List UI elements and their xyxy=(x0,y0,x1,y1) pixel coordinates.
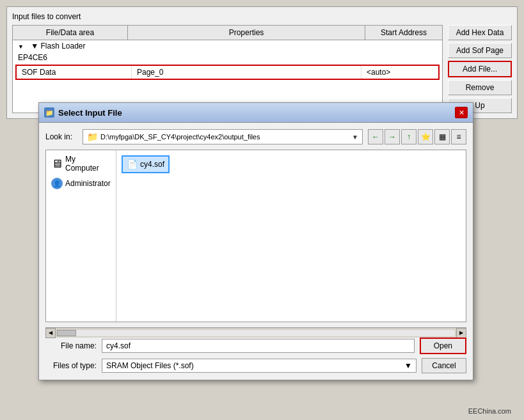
file-icon: 📄 xyxy=(127,159,138,169)
dialog-body: Look in: 📁 D:\myfpga\DK_SF_CY4\project\c… xyxy=(39,123,473,380)
look-in-path: D:\myfpga\DK_SF_CY4\project\cy4ex2\outpu… xyxy=(100,133,349,141)
toolbar-back-button[interactable]: ← xyxy=(368,129,383,144)
toolbar-up-button[interactable]: ↑ xyxy=(401,129,417,144)
look-in-combo[interactable]: 📁 D:\myfpga\DK_SF_CY4\project\cy4ex2\out… xyxy=(83,129,363,144)
cancel-button[interactable]: Cancel xyxy=(422,358,466,373)
right-file-panel[interactable]: 📄 cy4.sof xyxy=(116,150,466,322)
combo-arrow-icon: ▼ xyxy=(352,134,358,141)
administrator-label: Administrator xyxy=(65,179,111,188)
file-name-label: cy4.sof xyxy=(140,160,164,169)
ep4ce6-label: EP4CE6 xyxy=(18,53,47,62)
col-header-file: File/Data area xyxy=(13,26,128,40)
files-type-label: Files of type: xyxy=(45,361,97,370)
col-header-addr: Start Address xyxy=(365,26,442,40)
files-type-row: Files of type: SRAM Object Files (*.sof)… xyxy=(45,358,466,373)
select-input-file-dialog: 📁 Select Input File ✕ Look in: 📁 D:\myfp… xyxy=(38,102,473,380)
dialog-titlebar: 📁 Select Input File ✕ xyxy=(39,103,473,123)
add-file-button[interactable]: Add File... xyxy=(448,61,512,77)
sof-file-item[interactable]: 📄 cy4.sof xyxy=(122,155,170,173)
add-hex-data-button[interactable]: Add Hex Data xyxy=(448,25,512,40)
table-body: ▼ ▼ Flash Loader EP4CE6 SOF Data Page_0 … xyxy=(13,40,442,80)
flash-loader-row[interactable]: ▼ ▼ Flash Loader xyxy=(13,40,442,52)
filename-label: File name: xyxy=(45,341,97,350)
ep4ce6-row[interactable]: EP4CE6 xyxy=(13,52,442,63)
administrator-item[interactable]: 👤 Administrator xyxy=(49,176,113,191)
file-browser-area: 🖥 My Computer 👤 Administrator 📄 cy4.sof xyxy=(45,150,466,322)
sof-col3: <auto> xyxy=(361,66,438,79)
toolbar-forward-button[interactable]: → xyxy=(385,129,400,144)
dialog-title-left: 📁 Select Input File xyxy=(44,107,122,118)
sof-col1: SOF Data xyxy=(17,66,132,79)
my-computer-item[interactable]: 🖥 My Computer xyxy=(49,153,113,175)
dialog-title-text: Select Input File xyxy=(58,108,122,118)
main-panel: Input files to convert File/Data area Pr… xyxy=(0,0,524,420)
admin-icon: 👤 xyxy=(51,178,63,189)
folder-icon: 📁 xyxy=(87,132,98,142)
scroll-left-arrow[interactable]: ◀ xyxy=(45,328,56,338)
filename-row: File name: Open xyxy=(45,338,466,354)
open-button[interactable]: Open xyxy=(420,338,466,354)
table-header: File/Data area Properties Start Address xyxy=(13,26,442,40)
look-in-label: Look in: xyxy=(45,132,77,141)
button-panel: Add Hex Data Add Sof Page Add File... Re… xyxy=(448,25,512,113)
flash-loader-label: ▼ Flash Loader xyxy=(28,42,85,51)
files-type-arrow-icon: ▼ xyxy=(404,361,412,370)
toolbar-bookmark-button[interactable]: ⭐ xyxy=(418,129,433,144)
toolbar-view1-button[interactable]: ▦ xyxy=(434,129,450,144)
sof-data-row[interactable]: SOF Data Page_0 <auto> xyxy=(15,65,440,80)
my-computer-label: My Computer xyxy=(65,155,111,173)
left-panel: 🖥 My Computer 👤 Administrator xyxy=(46,150,116,322)
look-in-row: Look in: 📁 D:\myfpga\DK_SF_CY4\project\c… xyxy=(45,129,466,144)
file-table: File/Data area Properties Start Address … xyxy=(12,25,443,113)
col-header-props: Properties xyxy=(128,26,365,40)
dialog-icon: 📁 xyxy=(44,107,54,118)
watermark: EEChina.com xyxy=(468,407,511,415)
scroll-right-arrow[interactable]: ▶ xyxy=(456,328,466,338)
filename-input[interactable] xyxy=(102,339,415,353)
toolbar-buttons: ← → ↑ ⭐ ▦ ≡ xyxy=(368,129,466,144)
scroll-thumb[interactable] xyxy=(57,330,76,336)
dialog-close-button[interactable]: ✕ xyxy=(455,107,468,118)
scroll-track[interactable] xyxy=(57,330,455,336)
section-label: Input files to convert xyxy=(12,12,512,21)
toolbar-view2-button[interactable]: ≡ xyxy=(451,129,466,144)
files-type-value: SRAM Object Files (*.sof) xyxy=(106,361,194,370)
remove-button[interactable]: Remove xyxy=(448,80,512,95)
main-content-area: File/Data area Properties Start Address … xyxy=(12,25,512,113)
sof-col2: Page_0 xyxy=(132,66,361,79)
computer-icon: 🖥 xyxy=(51,157,63,171)
horizontal-scrollbar[interactable]: ◀ ▶ xyxy=(45,327,466,338)
add-sof-page-button[interactable]: Add Sof Page xyxy=(448,43,512,58)
files-type-combo[interactable]: SRAM Object Files (*.sof) ▼ xyxy=(102,359,417,373)
